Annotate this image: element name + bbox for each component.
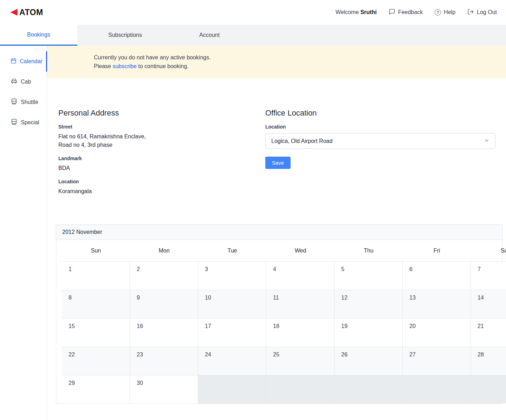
calendar-card: 2012 November Sun Mon Tue Wed Thu Fri Sa… — [56, 224, 502, 404]
street-value: Flat no 614, Ramakrishna Enclave, Road n… — [58, 132, 265, 149]
username: Sruthi — [361, 9, 377, 15]
street-label: Street — [58, 124, 265, 130]
calendar-week-row: 29 30 — [62, 375, 506, 403]
day-header-wed: Wed — [266, 240, 335, 261]
day-header-fri: Fri — [403, 240, 471, 261]
calendar-icon — [11, 58, 17, 65]
calendar-empty-cell — [403, 375, 471, 403]
calendar-empty-cell — [471, 375, 506, 403]
selected-option: Logica, Old Airport Road — [271, 138, 332, 144]
calendar-date-cell[interactable]: 30 — [130, 375, 198, 403]
logo[interactable]: ATOM — [9, 8, 43, 17]
tab-subscriptions[interactable]: Subscriptions — [77, 25, 173, 46]
location-value: Koramangala — [58, 187, 265, 196]
sidebar-item-label: Shuttle — [21, 99, 38, 105]
calendar-date-cell[interactable]: 19 — [335, 318, 403, 347]
office-location-title: Office Location — [265, 109, 495, 118]
tab-bar: Bookings Subscriptions Account — [0, 25, 506, 46]
calendar-date-cell[interactable]: 13 — [403, 290, 471, 318]
feedback-label: Feedback — [398, 9, 423, 15]
calendar-date-cell[interactable]: 23 — [130, 347, 198, 375]
chevron-down-icon — [484, 138, 489, 145]
calendar-date-cell[interactable]: 15 — [62, 318, 130, 347]
office-location-section: Office Location Location Logica, Old Air… — [265, 109, 495, 196]
calendar-date-cell[interactable]: 2 — [130, 261, 198, 290]
sidebar-item-label: Calendar — [20, 58, 43, 65]
day-header-tue: Tue — [198, 240, 266, 261]
calendar-date-cell[interactable]: 12 — [335, 290, 403, 318]
office-location-label: Location — [265, 124, 495, 130]
subscribe-link[interactable]: subscribe — [112, 63, 136, 69]
save-button[interactable]: Save — [265, 157, 291, 169]
sidebar-item-calendar[interactable]: Calendar — [0, 51, 47, 72]
feedback-button[interactable]: Feedback — [389, 8, 423, 17]
sidebar-item-cab[interactable]: Cab — [0, 72, 47, 92]
calendar-empty-cell — [266, 375, 335, 403]
calendar-date-cell[interactable]: 1 — [62, 261, 130, 290]
calendar-date-cell[interactable]: 24 — [198, 347, 266, 375]
calendar-day-header-row: Sun Mon Tue Wed Thu Fri Sat — [62, 240, 506, 261]
calendar-date-cell[interactable]: 8 — [62, 290, 130, 318]
sidebar-item-label: Special — [21, 119, 39, 126]
bus-icon — [11, 118, 18, 127]
calendar-week-row: 22 23 24 25 26 27 28 — [62, 347, 506, 375]
calendar-date-cell[interactable]: 6 — [403, 261, 471, 290]
calendar-date-cell[interactable]: 22 — [62, 347, 130, 375]
help-button[interactable]: ? Help — [435, 9, 455, 15]
calendar-date-cell[interactable]: 4 — [266, 261, 335, 290]
logout-button[interactable]: Log Out — [467, 8, 497, 17]
calendar-date-cell[interactable]: 28 — [471, 347, 506, 375]
office-location-select[interactable]: Logica, Old Airport Road — [265, 133, 495, 149]
calendar-week-row: 1 2 3 4 5 6 7 — [62, 261, 506, 290]
calendar-date-cell[interactable]: 11 — [266, 290, 335, 318]
day-header-sat: Sat — [471, 240, 506, 261]
logout-icon — [467, 8, 474, 17]
calendar-date-cell[interactable]: 17 — [198, 318, 266, 347]
sidebar-item-label: Cab — [21, 79, 31, 85]
calendar-date-cell[interactable]: 27 — [403, 347, 471, 375]
welcome-text: Welcome Sruthi — [336, 9, 377, 15]
landmark-value: BDA — [58, 164, 265, 172]
logo-triangle-icon — [9, 8, 18, 17]
banner-line2: Please subscribe to continue booking. — [94, 63, 506, 70]
calendar-date-cell[interactable]: 29 — [62, 375, 130, 403]
sidebar-item-special[interactable]: Special — [0, 112, 47, 133]
calendar-date-cell[interactable]: 5 — [335, 261, 403, 290]
calendar-date-cell[interactable]: 21 — [471, 318, 506, 347]
personal-address-title: Personal Address — [58, 109, 265, 118]
no-bookings-banner: Currently you do not have any active boo… — [47, 46, 506, 78]
calendar-week-row: 8 9 10 11 12 13 14 — [62, 290, 506, 318]
car-icon — [11, 78, 18, 86]
tab-account[interactable]: Account — [173, 25, 246, 46]
calendar-date-cell[interactable]: 7 — [471, 261, 506, 290]
calendar-empty-cell — [198, 375, 266, 403]
calendar-date-cell[interactable]: 9 — [130, 290, 198, 318]
landmark-label: Landmark — [58, 156, 265, 161]
calendar-empty-cell — [335, 375, 403, 403]
calendar-date-cell[interactable]: 3 — [198, 261, 266, 290]
day-header-mon: Mon — [130, 240, 198, 261]
location-label: Location — [58, 179, 265, 184]
calendar-date-cell[interactable]: 10 — [198, 290, 266, 318]
calendar-table: Sun Mon Tue Wed Thu Fri Sat 1 2 3 4 5 6 … — [62, 240, 506, 403]
content-area: Currently you do not have any active boo… — [47, 46, 506, 420]
calendar-date-cell[interactable]: 26 — [335, 347, 403, 375]
calendar-date-cell[interactable]: 16 — [130, 318, 198, 347]
banner-line1: Currently you do not have any active boo… — [94, 54, 506, 61]
calendar-date-cell[interactable]: 25 — [266, 347, 335, 375]
calendar-date-cell[interactable]: 14 — [471, 290, 506, 318]
personal-address-section: Personal Address Street Flat no 614, Ram… — [58, 109, 265, 196]
sidebar-item-shuttle[interactable]: Shuttle — [0, 92, 47, 112]
calendar-week-row: 15 16 17 18 19 20 21 — [62, 318, 506, 347]
logout-label: Log Out — [477, 9, 497, 15]
help-icon: ? — [435, 9, 441, 15]
calendar-date-cell[interactable]: 20 — [403, 318, 471, 347]
logo-text: ATOM — [19, 8, 43, 17]
tab-bookings[interactable]: Bookings — [0, 25, 77, 46]
bus-icon — [11, 98, 18, 106]
calendar-month-title: 2012 November — [56, 225, 502, 240]
calendar-date-cell[interactable]: 18 — [266, 318, 335, 347]
sidebar: Calendar Cab Shuttle Special — [0, 46, 47, 420]
day-header-thu: Thu — [335, 240, 403, 261]
day-header-sun: Sun — [62, 240, 130, 261]
